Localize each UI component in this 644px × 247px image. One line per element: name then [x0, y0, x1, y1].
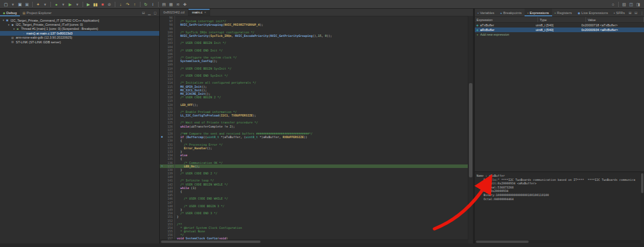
cpp-perspective-icon[interactable]: ◨: [635, 1, 642, 8]
tab-registers[interactable]: ▪Registers: [552, 9, 575, 16]
debug-tree-item[interactable]: ▤ST-LINK (ST-LINK GDB server): [0, 40, 159, 44]
expression-detail-pane[interactable]: Name : aRxBuffer Details:" ****I2C_TwoBo…: [475, 171, 644, 243]
expression-type: uint8_t [540]: [536, 28, 581, 32]
expressions-rows: ◈aTxBufferuint8_t [540]0x20000718 <aTxBu…: [475, 23, 644, 37]
detail-line: Hex:0x20000934: [477, 189, 640, 193]
toolbar-left-icons: ▢▾▣▣✦▾●▾▶▾▶▮▮■⊘↓↷↑↻i▤▦≋✚: [2, 0, 189, 8]
code-line-text: /* USER CODE BEGIN SysInit */: [177, 67, 231, 70]
save-all-icon[interactable]: ▣: [23, 1, 30, 8]
tab-debug[interactable]: ◆Debug: [0, 9, 20, 16]
detail-line: Decimal:536873268: [477, 186, 640, 190]
scrollbar-thumb[interactable]: [641, 173, 643, 193]
new-dropdown-icon[interactable]: ▾: [9, 1, 16, 8]
expression-row[interactable]: ◈aRxBufferuint8_t [540]0x20000934 <aRxBu…: [475, 28, 644, 32]
expression-value: 0x20000934 <aRxBuffer>: [581, 28, 644, 32]
detail-horizontal-scrollbar[interactable]: [475, 240, 640, 243]
debug-panel-tabs: ◆Debug▤Project Explorer: [0, 9, 54, 16]
breakpoint-icon[interactable]: ●: [160, 135, 164, 139]
tab-variables[interactable]: ▪Variables: [475, 9, 497, 16]
resume-icon[interactable]: ▶: [85, 1, 92, 8]
tab-live-expressions[interactable]: ◉Live Expressions: [575, 9, 611, 16]
scrollbar-thumb[interactable]: [161, 241, 261, 243]
collapse-all-icon[interactable]: ⊟: [141, 11, 146, 15]
debug-perspective-icon[interactable]: ◫: [628, 1, 635, 8]
instruction-pointer-icon[interactable]: →: [160, 164, 164, 168]
view-menu-icon[interactable]: ⋮: [639, 11, 644, 15]
code-line-text: Error_Handler();: [177, 146, 212, 150]
new-console-icon[interactable]: ▤: [160, 1, 167, 8]
step-into-icon[interactable]: ↓: [117, 1, 124, 8]
editor-vertical-scrollbar[interactable]: [468, 16, 473, 240]
editor-horizontal-scrollbar[interactable]: [160, 239, 468, 243]
detail-line: Default:0x20000934 <aRxBuffer>: [477, 181, 640, 186]
variable-icon: ◈: [475, 23, 480, 27]
column-header-type[interactable]: Type: [538, 17, 586, 22]
run-icon[interactable]: ▶: [67, 1, 74, 8]
expressions-column-headers: ExpressionTypeValue: [475, 17, 644, 23]
launch-config-icon: ▣: [5, 19, 9, 22]
debug-tree-item[interactable]: ▾▣I2C_Target_Private_Command_IT [STM32 C…: [0, 18, 159, 22]
toolbar-separator: [83, 2, 83, 7]
restart-icon[interactable]: ↻: [142, 1, 149, 8]
tab-main-c[interactable]: main.c×: [189, 9, 210, 16]
minimize-icon[interactable]: ▁: [147, 11, 152, 15]
disconnect-icon[interactable]: ⊘: [106, 1, 113, 8]
search-icon[interactable]: ○: [609, 1, 616, 8]
tab-sfrs[interactable]: ▪SFRs: [611, 9, 628, 16]
expression-name: Add new expression: [480, 33, 536, 36]
pin-icon[interactable]: ✚: [181, 1, 189, 8]
debug-tree-item[interactable]: ▾≣Thread #1 [main] 1 [core: 0] (Suspende…: [0, 27, 159, 31]
breakpoints-view-icon: ●: [500, 11, 502, 15]
memory-view-icon[interactable]: ▦: [167, 1, 174, 8]
detail-line: Name : aRxBuffer: [477, 174, 640, 178]
open-perspective-icon[interactable]: ▧: [621, 1, 628, 8]
tab-0x80234f2-cd[interactable]: 0x80234f2.cd: [160, 9, 189, 16]
step-over-icon[interactable]: ↷: [124, 1, 131, 8]
trace-icon[interactable]: ≋: [174, 1, 181, 8]
debug-tree-item[interactable]: ▤arm-none-eabi-gdb (12.3.90.20220925): [0, 36, 159, 40]
stack-frame-icon: →: [21, 32, 25, 35]
code-line-text: /* USER CODE END Init */: [177, 49, 222, 52]
maximize-icon[interactable]: ◻: [153, 11, 157, 15]
tab-expressions[interactable]: ▪Expressions: [525, 9, 551, 16]
expression-name: aTxBuffer: [480, 23, 536, 27]
run-dropdown-icon[interactable]: ▾: [74, 1, 81, 8]
tree-item-label: main() at main.c:137 0x80023d3: [26, 32, 73, 35]
build-dropdown-icon[interactable]: ▾: [42, 1, 49, 8]
instruction-stepping-icon[interactable]: i: [149, 1, 156, 8]
sfrs-view-icon: ▪: [614, 11, 615, 15]
suspend-icon[interactable]: ▮▮: [92, 1, 99, 8]
add-expression-toolbar-icon[interactable]: ⊞: [628, 11, 632, 15]
tab-breakpoints[interactable]: ●Breakpoints: [497, 9, 525, 16]
scrollbar-thumb[interactable]: [469, 83, 472, 177]
code-area[interactable]: 9697 /* System interrupt init*/98 NVIC_S…: [160, 16, 468, 240]
expression-row[interactable]: ◈aTxBufferuint8_t [540]0x20000718 <aTxBu…: [475, 23, 644, 28]
column-header-expression[interactable]: Expression: [475, 17, 538, 22]
debug-tree-item[interactable]: ▾◆I2C_Target_Private_Command_IT.elf [cor…: [0, 22, 159, 26]
step-return-icon[interactable]: ↑: [131, 1, 138, 8]
debug-dropdown-icon[interactable]: ▾: [60, 1, 67, 8]
detail-vertical-scrollbar[interactable]: [640, 172, 644, 240]
terminate-icon[interactable]: ■: [99, 1, 106, 8]
new-file-icon[interactable]: ▢: [2, 1, 9, 8]
collapse-all-icon[interactable]: ⊟: [633, 11, 638, 15]
code-line-text: /* USER CODE BEGIN 3 */: [177, 204, 224, 208]
debug-panel-header-icons: ⊟▁◻: [141, 11, 159, 15]
debug-tree-item[interactable]: →main() at main.c:137 0x80023d3: [0, 31, 159, 35]
code-line-text: /* USER CODE END WHILE */: [177, 197, 228, 200]
tab-project-explorer[interactable]: ▤Project Explorer: [20, 9, 54, 16]
expression-row[interactable]: +Add new expression: [475, 32, 644, 37]
close-icon[interactable]: ×: [204, 11, 207, 14]
toolbar-separator: [158, 2, 159, 7]
toolbar-separator: [50, 2, 51, 7]
column-header-value[interactable]: Value: [586, 17, 644, 22]
save-icon[interactable]: ▣: [16, 1, 23, 8]
debugger-process-icon: ▤: [11, 40, 15, 43]
code-line-text: LED_OFF();: [177, 103, 198, 107]
scrollbar-thumb[interactable]: [476, 241, 529, 243]
debug-view-icon: ◆: [3, 11, 5, 15]
build-icon[interactable]: ✦: [35, 1, 42, 8]
expression-name: aRxBuffer: [480, 28, 536, 32]
debug-icon[interactable]: ●: [53, 1, 60, 8]
tree-item-label: ST-LINK (ST-LINK GDB server): [16, 40, 61, 44]
